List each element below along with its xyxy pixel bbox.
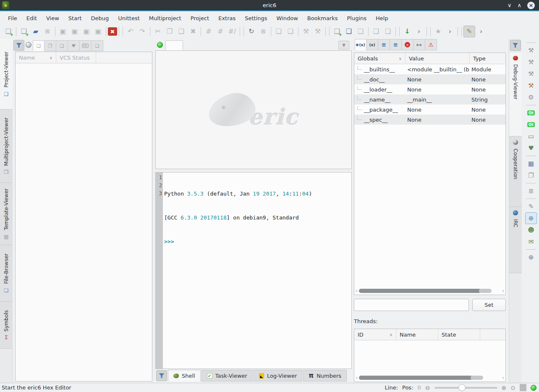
tab-forms[interactable]: ❐ bbox=[44, 40, 56, 51]
tab-project-viewer[interactable]: Project-Viewer ❑ bbox=[0, 39, 13, 110]
tab-watchpoints[interactable]: ●● bbox=[413, 39, 425, 50]
table-row[interactable]: __builtins__<module __builtin__ (b...Mod… bbox=[354, 64, 505, 74]
scrollbar-thumb[interactable] bbox=[359, 289, 481, 293]
close-icon[interactable]: × bbox=[527, 2, 535, 9]
tab-log-viewer[interactable]: ◣Log-Viewer bbox=[254, 370, 302, 382]
tools-window-button[interactable]: ⚒ bbox=[525, 56, 537, 68]
project-close-button[interactable]: ❑ bbox=[355, 26, 366, 37]
table-row[interactable]: __loader__NoneNone bbox=[354, 84, 505, 94]
table-row[interactable]: __spec__NoneNone bbox=[354, 115, 505, 125]
column-vcs-status[interactable]: VCS Status bbox=[56, 52, 96, 63]
stop-button[interactable]: ⊗ bbox=[257, 26, 269, 37]
new-window-button[interactable]: ❏+ bbox=[3, 26, 14, 37]
scroll-right-icon[interactable]: › bbox=[502, 375, 504, 380]
qt-linguist-button[interactable]: Qt bbox=[525, 119, 537, 131]
tab-exceptions[interactable]: ⚠ bbox=[425, 39, 437, 50]
tab-locals[interactable]: (x) bbox=[366, 39, 378, 50]
web-browser-button[interactable]: ⊕ bbox=[525, 212, 537, 224]
column-state[interactable]: State bbox=[438, 329, 480, 340]
mini-editor-button[interactable]: ✎ bbox=[525, 201, 537, 212]
project-save-button[interactable]: ❑ bbox=[370, 26, 382, 37]
save-button[interactable]: ▣ bbox=[57, 26, 69, 37]
tools-window-button[interactable]: ⚒ bbox=[312, 26, 324, 37]
tab-breakpoints[interactable]: × bbox=[402, 39, 413, 50]
tab-call-trace[interactable]: ≡ bbox=[390, 39, 402, 50]
project-save-as-button[interactable]: ❑ bbox=[382, 26, 394, 37]
save-copy-button[interactable]: ▣ bbox=[81, 26, 92, 37]
menu-unittest[interactable]: Unittest bbox=[113, 13, 144, 23]
bookmarks-button[interactable]: ★ bbox=[432, 26, 444, 37]
menu-view[interactable]: View bbox=[42, 13, 64, 23]
tab-call-stack[interactable]: ≡ bbox=[378, 39, 390, 50]
delete-button[interactable]: ✖ bbox=[187, 26, 199, 37]
variable-set-input[interactable] bbox=[354, 299, 469, 311]
redo-button[interactable]: ↷ bbox=[136, 26, 148, 37]
menu-project[interactable]: Project bbox=[186, 13, 214, 23]
menu-start[interactable]: Start bbox=[64, 13, 86, 23]
zoom-out-icon[interactable]: ⊖ bbox=[425, 385, 430, 391]
zoom-reset-icon[interactable]: ⊙ bbox=[510, 385, 515, 391]
unittest-script-button[interactable]: ❏ bbox=[285, 26, 296, 37]
shell-filter-button[interactable] bbox=[156, 370, 167, 381]
column-name[interactable]: Name bbox=[396, 329, 438, 340]
hex-editor-button[interactable]: ✎ bbox=[463, 26, 475, 37]
zoom-slider[interactable] bbox=[434, 387, 497, 389]
uncomment-button[interactable]: # bbox=[215, 26, 226, 37]
tab-sources[interactable]: ❏ bbox=[33, 40, 44, 51]
open-file-button[interactable]: ▰ bbox=[30, 26, 42, 37]
zoom-in-icon[interactable]: ⊕ bbox=[502, 385, 507, 391]
tab-translations[interactable]: ♥ bbox=[68, 40, 80, 51]
scroll-left-icon[interactable]: ‹ bbox=[356, 375, 358, 380]
scrollbar-thumb[interactable] bbox=[359, 376, 473, 380]
set-button[interactable]: Set bbox=[472, 299, 506, 311]
threads-hscrollbar[interactable]: ‹ › bbox=[356, 375, 504, 381]
paste-button[interactable]: ❑ bbox=[175, 26, 187, 37]
new-file-button[interactable]: ❏+ bbox=[18, 26, 30, 37]
tab-file-browser[interactable]: File-Browser ❏ bbox=[0, 245, 13, 302]
save-all-button[interactable]: ▣ bbox=[92, 26, 104, 37]
menu-window[interactable]: Window bbox=[272, 13, 303, 23]
globals-filter-combobox[interactable]: Globals∨ bbox=[354, 53, 406, 64]
toolbar-extension-button[interactable]: › bbox=[413, 26, 425, 37]
tab-list-dropdown[interactable]: ▼ bbox=[338, 41, 349, 50]
menu-help[interactable]: Help bbox=[371, 13, 393, 23]
tools-button[interactable]: ⚒ bbox=[525, 44, 537, 56]
comment-button[interactable]: # bbox=[203, 26, 215, 37]
project-new-button[interactable]: ❑+ bbox=[331, 26, 343, 37]
column-value[interactable]: Value bbox=[406, 53, 470, 64]
minimize-icon[interactable]: ∨ bbox=[508, 3, 512, 8]
copy-button[interactable]: ❐ bbox=[164, 26, 175, 37]
cut-button[interactable]: ✂ bbox=[152, 26, 164, 37]
configure-tools-button[interactable]: ⚒ bbox=[525, 80, 537, 91]
tab-irc[interactable]: IRC bbox=[509, 207, 522, 273]
qt-designer-button[interactable]: Qt bbox=[525, 107, 537, 119]
tab-task-viewer[interactable]: ✔Task-Viewer bbox=[201, 370, 253, 382]
undo-button[interactable]: ↶ bbox=[125, 26, 136, 37]
bookmarks-extension-button[interactable]: › bbox=[444, 26, 456, 37]
column-type[interactable]: Type bbox=[470, 53, 505, 64]
menu-extras[interactable]: Extras bbox=[214, 13, 240, 23]
menu-multiproject[interactable]: Multiproject bbox=[144, 13, 186, 23]
ui-previewer-button[interactable]: ▭ bbox=[525, 131, 537, 142]
tab-template-viewer[interactable]: Template-Viewer ▤ bbox=[0, 183, 13, 245]
preferences-button[interactable]: ⚙ bbox=[525, 91, 537, 103]
close-file-button[interactable]: ⊗ bbox=[42, 26, 53, 37]
send-email-button[interactable]: ✉ bbox=[525, 236, 537, 248]
tab-shell[interactable]: Shell bbox=[168, 370, 201, 382]
debug-filter-button[interactable] bbox=[510, 40, 521, 51]
threads-table[interactable]: ID∧ Name State ‹ › bbox=[354, 329, 506, 382]
tab-numbers[interactable]: πNumbers bbox=[303, 370, 347, 382]
tools-list-button[interactable]: ⚒ bbox=[525, 68, 537, 80]
tab-symbols[interactable]: Symbols Σ bbox=[0, 302, 13, 349]
maximize-icon[interactable]: ∧ bbox=[517, 3, 521, 8]
save-as-button[interactable]: ▣ bbox=[69, 26, 81, 37]
icon-editor-button[interactable]: ▦ bbox=[525, 158, 537, 170]
tab-resources[interactable]: ❏ bbox=[56, 40, 68, 51]
toggle-comment-button[interactable]: #/ bbox=[226, 26, 238, 37]
tab-debug-viewer[interactable]: Debug-Viewer bbox=[509, 52, 522, 136]
plugin-install-button[interactable]: ↓ bbox=[401, 26, 413, 37]
editor-tab-untitled[interactable] bbox=[165, 40, 183, 51]
column-name[interactable]: Name∨ bbox=[16, 52, 56, 63]
web-browser-alt-button[interactable]: ⊕ bbox=[525, 251, 537, 263]
menu-debug[interactable]: Debug bbox=[86, 13, 114, 23]
